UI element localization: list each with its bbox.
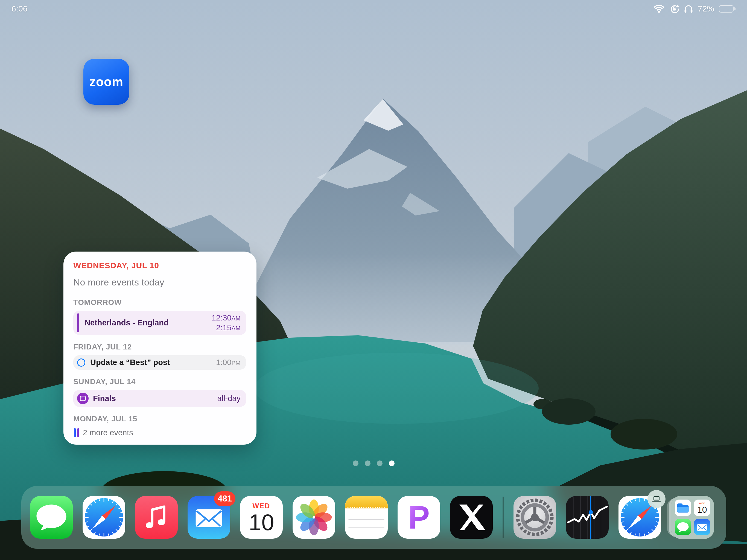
event-time: 12:30AM — [212, 313, 241, 322]
event-time: 2:15AM — [216, 323, 241, 332]
status-bar: 6:06 72% — [0, 0, 747, 16]
widget-section-title: TOMORROW — [73, 298, 246, 307]
event-times: 1:00PM — [216, 358, 241, 367]
event-times: 12:30AM2:15AM — [212, 313, 241, 332]
headphones-icon — [684, 4, 693, 14]
svg-text:WED: WED — [699, 502, 705, 505]
more-events-text: 2 more events — [83, 428, 133, 437]
page-dot[interactable] — [353, 460, 358, 466]
event-title: Finals — [93, 394, 217, 403]
mail-app-icon[interactable] — [694, 519, 711, 535]
widget-section: SUNDAY, JUL 14Finalsall-day — [73, 377, 246, 407]
page-dots[interactable] — [0, 460, 747, 466]
settings-app-icon[interactable] — [514, 496, 556, 539]
x-app-icon[interactable] — [450, 496, 493, 539]
zoom-app-wordmark: zoom — [89, 74, 123, 89]
safari-app-icon[interactable] — [83, 496, 125, 539]
status-time: 6:06 — [11, 4, 27, 14]
svg-text:P: P — [408, 499, 430, 535]
widget-date-header: WEDNESDAY, JUL 10 — [73, 261, 246, 270]
calendar-app-icon[interactable]: WED 10 — [694, 500, 711, 516]
widget-event-row[interactable]: Finalsall-day — [73, 390, 246, 407]
widget-section: TOMORROWNetherlands - England12:30AM2:15… — [73, 298, 246, 335]
page-dot[interactable] — [365, 460, 370, 466]
more-events-bars-icon — [74, 428, 79, 437]
messages-app-icon[interactable] — [30, 496, 73, 539]
notes-app-icon[interactable] — [345, 496, 388, 539]
dock-divider — [503, 497, 504, 538]
event-allday-label: all-day — [217, 394, 241, 403]
widget-section-title: SUNDAY, JUL 14 — [73, 377, 246, 386]
widget-section-title: MONDAY, JUL 15 — [73, 414, 246, 423]
svg-text:WED: WED — [252, 502, 270, 510]
app-library-tile[interactable]: WED 10 — [671, 496, 714, 539]
dock: 481 WED 10 P WED 10 — [21, 486, 726, 549]
event-time: 1:00PM — [216, 358, 241, 367]
wifi-icon — [653, 4, 665, 13]
page-dot[interactable] — [377, 460, 383, 466]
battery-percent: 72% — [698, 4, 714, 14]
zoom-app-icon[interactable]: zoom — [83, 59, 129, 105]
event-title: Netherlands - England — [84, 318, 212, 327]
widget-section-title: FRIDAY, JUL 12 — [73, 342, 246, 351]
calendar-app-icon[interactable]: WED 10 — [240, 496, 283, 539]
widget-event-row[interactable]: Netherlands - England12:30AM2:15AM — [73, 311, 246, 335]
notification-badge: 481 — [214, 491, 235, 506]
calendar-widget[interactable]: WEDNESDAY, JUL 10 No more events today T… — [63, 252, 256, 444]
widget-no-events-text: No more events today — [73, 277, 246, 288]
event-color-bar — [77, 313, 79, 332]
more-events-row[interactable]: 2 more events — [73, 427, 246, 438]
stocks-app-icon[interactable] — [566, 496, 609, 539]
page-dot-active[interactable] — [389, 460, 394, 466]
reminder-circle[interactable] — [77, 358, 85, 367]
svg-text:10: 10 — [697, 505, 707, 515]
widget-section: FRIDAY, JUL 12Update a “Best” post1:00PM — [73, 342, 246, 370]
battery-icon — [719, 5, 736, 12]
p-app-icon[interactable]: P — [397, 496, 440, 539]
handoff-laptop-badge — [647, 490, 666, 508]
widget-event-row[interactable]: Update a “Best” post1:00PM — [73, 355, 246, 370]
rotation-lock-icon — [669, 4, 679, 14]
svg-text:10: 10 — [249, 509, 274, 535]
event-title: Update a “Best” post — [90, 358, 216, 367]
calendar-circle-icon — [77, 393, 88, 404]
widget-section: MONDAY, JUL 152 more events — [73, 414, 246, 438]
messages-app-icon[interactable] — [675, 519, 691, 535]
photos-app-icon[interactable] — [292, 496, 335, 539]
music-app-icon[interactable] — [135, 496, 178, 539]
files-app-icon[interactable] — [675, 500, 691, 516]
